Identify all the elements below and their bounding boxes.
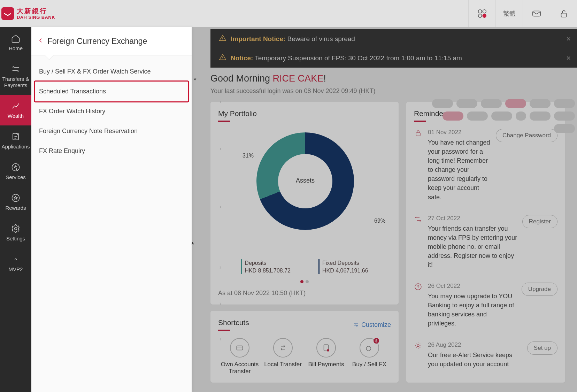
svg-point-2 (478, 14, 482, 17)
lock-icon[interactable] (550, 0, 577, 27)
submenu-fx-order-watch-history[interactable]: FX Order Watch History (35, 101, 188, 121)
reminders-card: Reminders 01 Nov 2022You have not change… (406, 102, 565, 383)
reminder-item: 27 Oct 2022Your friends can transfer you… (414, 208, 557, 276)
chevron-right-icon[interactable]: › (220, 203, 221, 210)
chart-percent-a: 31% (243, 153, 254, 159)
wealth-icon (11, 101, 21, 111)
chevron-right-icon[interactable]: › (220, 99, 221, 105)
notice-title: Notice: (231, 54, 253, 62)
shortcut-local-transfer[interactable]: Local Transfer (262, 338, 304, 375)
warning-icon (219, 53, 226, 63)
portfolio-title: My Portfolio (218, 109, 391, 122)
fx-icon (365, 343, 374, 352)
chevron-right-icon[interactable]: › (220, 146, 221, 152)
svg-point-11 (355, 323, 356, 324)
shortcut-label: Own Accounts Transfer (219, 361, 261, 375)
pager-dots[interactable] (218, 278, 391, 285)
sidebar-item-rewards[interactable]: Rewards (0, 187, 31, 217)
sidebar-item-label: MVP2 (9, 266, 23, 272)
sidebar-item-transfers[interactable]: Transfers & Payments (0, 58, 31, 95)
logo-icon (1, 7, 14, 20)
svg-point-7 (12, 164, 20, 171)
sliders-icon (353, 322, 359, 328)
close-icon[interactable]: × (566, 54, 571, 63)
fps-icon (414, 215, 423, 269)
register-button[interactable]: Register (522, 215, 557, 228)
legend-value: HKD 4,067,191.66 (322, 267, 368, 275)
chevron-left-icon (38, 36, 44, 45)
top-bar: 大新銀行 DAH SING BANK 繁體 (0, 0, 577, 27)
submenu-foreign-currency-note-reservation[interactable]: Foreign Currency Note Reservation (35, 121, 188, 141)
chart-percent-b: 69% (374, 218, 385, 224)
portfolio-card: My Portfolio 31% Assets 69% Deposits HKD… (210, 102, 399, 305)
customize-button[interactable]: Customize (353, 321, 391, 329)
legend-value: HKD 8,851,708.72 (245, 267, 291, 275)
chevron-right-icon[interactable]: › (220, 264, 221, 270)
sidebar-item-label: Services (6, 174, 26, 180)
svg-point-8 (12, 194, 20, 202)
language-toggle[interactable]: 繁體 (495, 0, 523, 27)
sidebar-item-home[interactable]: Home (0, 27, 31, 58)
apps-icon[interactable] (468, 0, 495, 27)
submenu-buy-sell-fx[interactable]: Buy / Sell FX & FX Order Watch Service (35, 62, 188, 82)
mail-icon[interactable] (523, 0, 550, 27)
back-button[interactable] (38, 36, 44, 47)
svg-point-19 (417, 345, 419, 347)
svg-rect-17 (416, 133, 420, 136)
upgrade-icon (414, 283, 423, 328)
chevron-right-icon[interactable]: › (220, 336, 221, 342)
reminder-item: 26 Oct 2022You may now upgrade to YOU Ba… (414, 276, 557, 334)
bank-logo[interactable]: 大新銀行 DAH SING BANK (0, 7, 55, 20)
submenu-scheduled-transactions[interactable]: Scheduled Transactions (35, 82, 188, 101)
swap-icon (278, 343, 287, 352)
notice-title: Important Notice: (231, 35, 285, 43)
submenu-fx-rate-enquiry[interactable]: FX Rate Enquiry (35, 141, 188, 161)
sidebar-item-mvp2[interactable]: MVP2 (0, 248, 31, 279)
close-icon[interactable]: × (566, 34, 571, 44)
customize-label: Customize (361, 321, 391, 329)
warning-icon (219, 34, 226, 44)
reminder-text: You may now upgrade to YOU Banking to en… (428, 292, 517, 328)
shortcut-bill-payments[interactable]: Bill Payments (305, 338, 347, 375)
portfolio-donut-chart: 31% Assets 69% (218, 122, 391, 258)
svg-rect-5 (561, 13, 566, 17)
reminder-text: Your friends can transfer you money via … (428, 224, 517, 269)
shortcut-own-accounts[interactable]: Own Accounts Transfer (219, 338, 261, 375)
reminder-text: Our free e-Alert Service keeps you updat… (428, 351, 522, 369)
sidebar-item-services[interactable]: Services (0, 156, 31, 187)
svg-point-15 (327, 349, 329, 352)
svg-point-1 (483, 10, 486, 13)
upgrade-button[interactable]: Upgrade (522, 283, 557, 296)
chart-center-label: Assets (256, 177, 354, 184)
greeting: Good Morning RICE CAKE! Your last succes… (210, 73, 577, 95)
shortcut-buy-sell-fx[interactable]: $Buy / Sell FX (348, 338, 390, 375)
svg-point-16 (366, 346, 371, 351)
chevron-right-icon[interactable]: › (220, 300, 221, 307)
sidebar-item-label: Applications (2, 144, 30, 150)
sidebar-item-label: Wealth (8, 113, 24, 119)
svg-rect-4 (532, 11, 540, 16)
notice-important: Important Notice: Beware of virus spread… (210, 29, 577, 48)
greeting-name: RICE CAKE (273, 73, 324, 84)
reminder-text: You have not changed your password for a… (428, 138, 491, 202)
sidebar-item-applications[interactable]: Applications (0, 125, 31, 156)
applications-icon (11, 132, 21, 141)
settings-icon (11, 224, 21, 233)
notice-body: Temporary Suspension of FPS: 30 Oct 2022… (255, 54, 462, 62)
greeting-prefix: Good Morning (210, 73, 273, 84)
shortcuts-card: Shortcuts Customize Own Accounts Transfe… (210, 311, 399, 383)
svg-point-10 (15, 259, 17, 260)
notice-fps: Notice: Temporary Suspension of FPS: 30 … (210, 48, 577, 68)
svg-rect-13 (237, 346, 243, 350)
legend-label: Deposits (245, 260, 266, 266)
legend-label: Fixed Deposits (322, 260, 359, 266)
sidebar-item-wealth[interactable]: Wealth (0, 95, 31, 125)
svg-point-0 (478, 10, 482, 13)
wealth-submenu: Foreign Currency Exchange Buy / Sell FX … (31, 27, 192, 392)
shortcut-label: Buy / Sell FX (352, 361, 386, 368)
svg-point-9 (15, 228, 17, 230)
sidebar-item-settings[interactable]: Settings (0, 217, 31, 248)
setup-button[interactable]: Set up (527, 341, 557, 355)
rewards-icon (11, 193, 21, 203)
last-login-text: Your last successful login was on 08 Nov… (210, 87, 577, 95)
